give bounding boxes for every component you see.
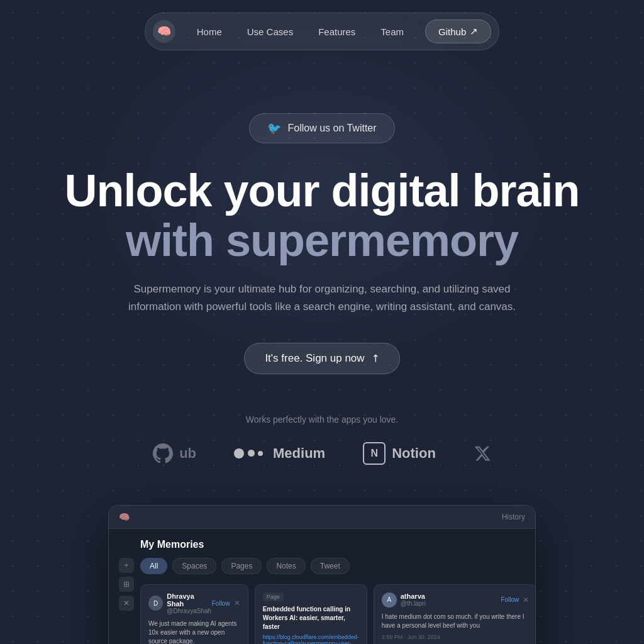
preview-app-logo: 🧠 [119,512,130,522]
notion-text: Notion [392,445,436,462]
close-card-2[interactable]: ✕ [523,596,529,604]
notion-icon: N [363,442,386,465]
works-with-label: Works perfectly with the apps you love. [153,414,491,425]
username-dhravya: Dhravya Shah [167,592,211,608]
nav-links: Home Use Cases Features Team [186,21,415,42]
tweet-text-2: I hate medium dot com so much. if you wr… [382,613,530,630]
hero-title-line2: with supermemory [64,216,579,265]
preview-header: 🧠 History [109,506,535,529]
sidebar-x-btn[interactable]: ✕ [119,596,134,611]
arrow-icon: ↗ [368,351,382,365]
avatar-atharva: A [382,592,397,608]
twitter-icon: 🐦 [267,121,281,135]
tab-all[interactable]: All [140,558,167,574]
notion-logo: N Notion [363,442,436,465]
preview-card-tweet-1: D Dhravya Shah @DhravyaShah Follow ✕ [140,584,248,644]
hero-subtitle: Supermemory is your ultimate hub for org… [114,280,530,314]
medium-logo: Medium [234,445,325,462]
nav-team[interactable]: Team [369,21,415,42]
external-link-icon: ↗ [470,26,478,37]
preview-history-label: History [502,513,525,521]
preview-tabs: All Spaces Pages Notes Tweet [140,558,536,574]
handle-atharva: @th.lapri [401,600,426,607]
username-atharva: atharva [401,592,426,600]
medium-dots [234,448,263,458]
hero-section: Unlock your digital brain with supermemo… [39,166,604,315]
app-logos-row: ub Medium N Notion [153,442,491,465]
preview-sidebar: + ⊞ ✕ [119,539,134,644]
sidebar-add-btn[interactable]: + [119,558,134,573]
nav-logo: 🧠 [153,20,175,43]
tab-notes[interactable]: Notes [267,558,305,574]
sidebar-grid-btn[interactable]: ⊞ [119,577,134,592]
hero-title-line1: Unlock your digital brain [64,166,579,216]
works-with-section: Works perfectly with the apps you love. … [153,414,491,465]
medium-text: Medium [273,445,325,462]
signup-button[interactable]: It's free. Sign up now ↗ [244,343,399,374]
github-text: ub [179,445,196,462]
page-title-1: Embedded function calling in Workers AI:… [263,605,359,631]
close-card-1[interactable]: ✕ [234,599,240,608]
avatar-dhravya: D [148,596,163,611]
app-preview: 🧠 History + ⊞ ✕ My Memories All Spaces P… [108,505,536,644]
twitter-follow-button[interactable]: 🐦 Follow us on Twitter [249,113,394,143]
preview-cards: D Dhravya Shah @DhravyaShah Follow ✕ [140,584,536,644]
page-link-1[interactable]: https://blog.cloudflare.com/embedded-fun… [263,634,359,644]
navigation: 🧠 Home Use Cases Features Team Github ↗ [0,0,644,63]
tweet-time-2: 3:59 PM · Jun 30, 2024 [382,634,530,640]
x-icon [474,445,491,462]
page-badge-1: Page [263,592,284,601]
nav-home[interactable]: Home [186,21,233,42]
github-icon [153,443,173,464]
github-button[interactable]: Github ↗ [425,19,491,43]
nav-features[interactable]: Features [307,21,367,42]
follow-btn-2[interactable]: Follow [501,596,519,603]
preview-card-pages: Page Embedded function calling in Worker… [255,584,367,644]
tweet-text-1: We just made making AI agents 10x easier… [148,619,240,644]
follow-btn-1[interactable]: Follow [212,600,230,607]
preview-card-tweet-2: A atharva @th.lapri Follow ✕ [374,584,536,644]
github-logo: ub [153,443,196,464]
tab-spaces[interactable]: Spaces [172,558,216,574]
nav-use-cases[interactable]: Use Cases [236,21,304,42]
handle-dhravya: @DhravyaShah [167,608,211,614]
preview-title: My Memories [140,539,536,550]
tab-pages[interactable]: Pages [221,558,262,574]
twitter-logo [474,445,491,462]
tab-tweet[interactable]: Tweet [311,558,350,574]
